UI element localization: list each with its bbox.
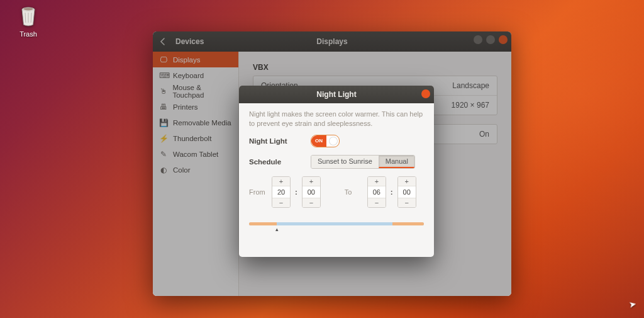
- dialog-close-button[interactable]: [421, 89, 430, 98]
- switch-on-label: ON: [311, 135, 326, 147]
- trash-icon: [16, 4, 41, 29]
- from-hour-value[interactable]: 20: [272, 186, 290, 198]
- to-hour-value[interactable]: 06: [368, 186, 386, 198]
- switch-knob: [329, 137, 338, 145]
- night-light-dialog: Night Light Night light makes the screen…: [239, 86, 434, 257]
- from-label: From: [249, 188, 268, 196]
- timeline-warm-right: [392, 222, 424, 225]
- from-hour-decrement[interactable]: −: [272, 198, 290, 207]
- from-time-group: From + 20 − : + 00 −: [249, 176, 321, 208]
- desktop-wallpaper: Trash Devices Displays 🖵Displays ⌨Keyboa…: [0, 0, 644, 318]
- from-minute-increment[interactable]: +: [303, 177, 320, 186]
- from-minute-decrement[interactable]: −: [303, 198, 320, 207]
- from-hour-increment[interactable]: +: [272, 177, 290, 186]
- to-label: To: [345, 188, 364, 196]
- cursor-icon: ➤: [628, 298, 638, 310]
- dialog-title: Night Light: [316, 90, 356, 99]
- from-minute-value[interactable]: 00: [303, 186, 320, 198]
- to-minute-increment[interactable]: +: [398, 177, 416, 186]
- schedule-label: Schedule: [249, 158, 311, 166]
- night-light-switch-label: Night Light: [249, 137, 311, 145]
- schedule-segmented: Sunset to Sunrise Manual: [311, 155, 415, 169]
- to-hour-decrement[interactable]: −: [368, 198, 386, 207]
- to-hour-spinner: + 06 −: [367, 176, 386, 208]
- svg-point-2: [24, 8, 33, 10]
- to-time-group: To + 06 − : + 00 −: [345, 176, 416, 208]
- to-minute-value[interactable]: 00: [398, 186, 416, 198]
- timeline-marker: ▴: [275, 226, 279, 232]
- night-light-switch[interactable]: ON: [311, 135, 340, 147]
- dialog-description: Night light makes the screen color warme…: [249, 110, 424, 128]
- desktop-trash-label: Trash: [13, 30, 44, 38]
- from-minute-spinner: + 00 −: [302, 176, 321, 208]
- to-minute-spinner: + 00 −: [397, 176, 416, 208]
- day-timeline: ▴: [249, 220, 424, 227]
- schedule-manual-button[interactable]: Manual: [379, 156, 414, 168]
- to-minute-decrement[interactable]: −: [398, 198, 416, 207]
- from-hour-spinner: + 20 −: [272, 176, 291, 208]
- timeline-warm-left: [249, 222, 277, 225]
- dialog-titlebar[interactable]: Night Light: [239, 86, 434, 103]
- schedule-sunset-button[interactable]: Sunset to Sunrise: [311, 156, 379, 168]
- to-hour-increment[interactable]: +: [368, 177, 386, 186]
- desktop-trash[interactable]: Trash: [13, 4, 44, 38]
